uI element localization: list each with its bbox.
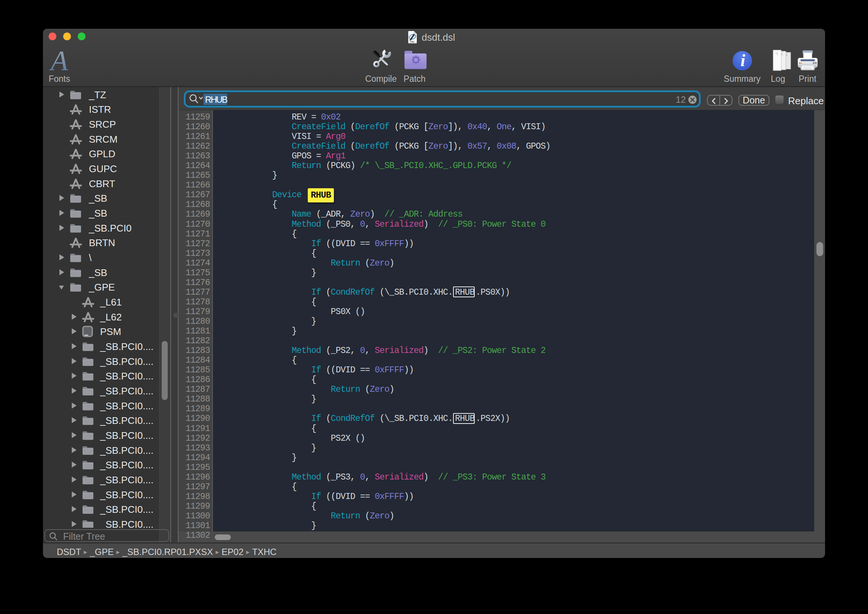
svg-text:A: A: [49, 49, 68, 72]
svg-text:DSL: DSL: [411, 41, 415, 43]
svg-text:i: i: [741, 51, 746, 70]
